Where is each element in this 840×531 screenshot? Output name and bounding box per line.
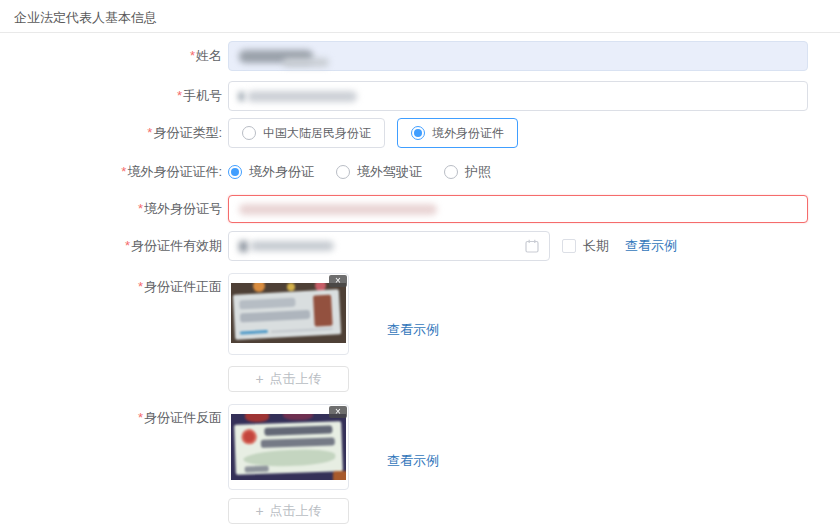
id-front-preview-card[interactable]: × [228,273,349,355]
long-term-checkbox[interactable] [562,239,576,253]
close-icon[interactable]: × [329,275,347,287]
long-term-label: 长期 [583,237,609,255]
id-front-photo [231,283,346,343]
plus-icon: + [255,371,263,387]
required-mark: * [147,125,152,140]
close-icon[interactable]: × [329,406,347,418]
id-type-row: *身份证类型: 中国大陆居民身份证 境外身份证件 [0,118,518,148]
validity-example-link[interactable]: 查看示例 [625,237,677,255]
id-front-label: *身份证件正面 [0,279,222,295]
validity-date-input[interactable] [228,231,550,261]
required-mark: * [138,201,143,216]
id-back-row: *身份证件反面 × [0,404,439,524]
name-input[interactable] [228,41,808,71]
id-back-example-link[interactable]: 查看示例 [387,452,439,470]
required-mark: * [125,238,130,253]
required-mark: * [138,279,143,294]
id-type-option-overseas[interactable]: 境外身份证件 [397,118,518,148]
overseas-doc-option-passport[interactable]: 护照 [444,163,491,181]
id-front-row: *身份证件正面 × [0,273,439,392]
plus-icon: + [255,503,263,519]
id-back-label: *身份证件反面 [0,410,222,426]
phone-label: *手机号 [0,88,222,104]
validity-row: *身份证件有效期 长期 查看示例 [0,231,677,261]
overseas-id-number-row: *境外身份证号 [0,195,808,223]
title-divider [0,32,840,33]
overseas-doc-option-driver[interactable]: 境外驾驶证 [336,163,422,181]
overseas-doc-type-row: *境外身份证证件: 境外身份证 境外驾驶证 护照 [0,161,491,183]
redacted-date-value [250,241,334,251]
required-mark: * [138,410,143,425]
redacted-phone-value [247,91,357,102]
id-back-photo [231,414,346,480]
radio-checked-icon[interactable] [228,165,242,179]
radio-checked-icon[interactable] [411,126,425,140]
id-back-upload-button[interactable]: + 点击上传 [228,498,349,524]
calendar-icon [525,239,539,253]
name-row: *姓名 [0,41,808,71]
phone-row: *手机号 [0,81,808,111]
radio-unchecked-icon[interactable] [242,126,256,140]
validity-label: *身份证件有效期 [0,238,222,254]
id-front-example-link[interactable]: 查看示例 [387,321,439,339]
overseas-doc-option-id[interactable]: 境外身份证 [228,163,314,181]
radio-unchecked-icon[interactable] [336,165,350,179]
panel-title: 企业法定代表人基本信息 [14,9,157,27]
id-type-option-mainland[interactable]: 中国大陆居民身份证 [228,118,385,148]
redacted-date-start [239,241,248,252]
legal-representative-form-panel: 企业法定代表人基本信息 *姓名 *手机号 *身份证类型: 中国大陆居民身份证 [0,0,840,531]
radio-unchecked-icon[interactable] [444,165,458,179]
required-mark: * [177,88,182,103]
overseas-id-number-input[interactable] [228,195,808,223]
id-front-upload-button[interactable]: + 点击上传 [228,366,349,392]
name-label: *姓名 [0,48,222,64]
id-back-preview-card[interactable]: × [228,404,349,490]
overseas-doc-type-label: *境外身份证证件: [0,164,222,180]
id-type-label: *身份证类型: [0,125,222,141]
phone-input[interactable] [228,81,808,111]
redacted-phone-tick [239,92,244,101]
redacted-id-number-value [239,204,437,215]
redacted-name-value-2 [283,58,329,67]
overseas-id-number-label: *境外身份证号 [0,201,222,217]
required-mark: * [190,48,195,63]
required-mark: * [121,164,126,179]
